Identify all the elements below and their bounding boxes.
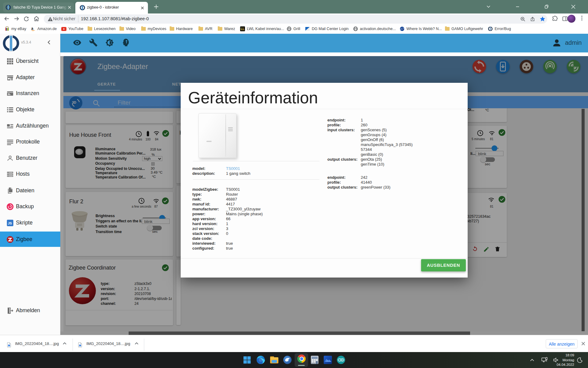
svg-text:JS: JS (8, 221, 12, 225)
svg-text:LL: LL (241, 27, 244, 31)
svg-text:a: a (31, 26, 33, 31)
